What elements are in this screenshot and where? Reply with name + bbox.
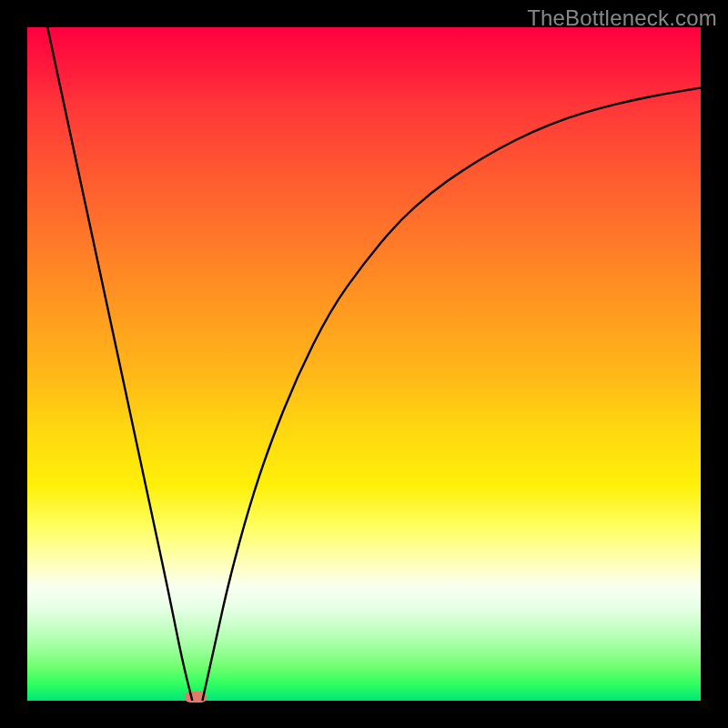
curve-svg [27,27,701,701]
chart-frame: TheBottleneck.com [0,0,728,728]
curve-right [202,88,701,701]
curve-left [47,27,192,701]
plot-area [27,27,701,701]
watermark-text: TheBottleneck.com [527,5,717,31]
